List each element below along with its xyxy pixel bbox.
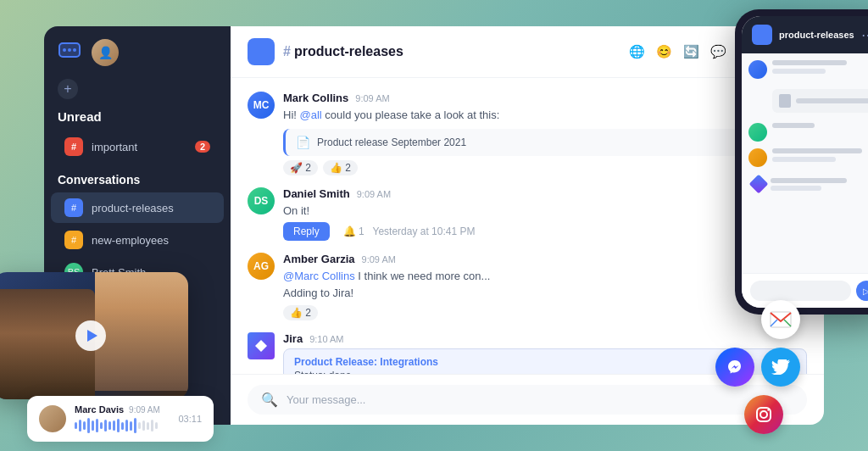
main-container: 👤 + Unread # important 2 Conversations #…: [44, 26, 824, 425]
wave-bar-15: [134, 418, 136, 433]
phone-msg-3-avatar: [748, 148, 767, 167]
svg-marker-5: [255, 340, 267, 352]
mark-collins-reactions: 🚀 2 👍 2: [283, 160, 807, 175]
amber-garzia-name: Amber Garzia: [283, 253, 355, 265]
comment-icon[interactable]: 💬: [710, 44, 726, 59]
voice-waveform: [75, 418, 170, 433]
phone-attach-line: [796, 98, 868, 103]
instagram-icon[interactable]: [744, 395, 783, 434]
mark-collins-text: Hi! @all could you please take a look at…: [283, 107, 807, 124]
phone-more-icon[interactable]: ⋯: [861, 27, 868, 43]
phone-channel-title: product-releases: [779, 30, 854, 40]
phone-msg-2-bubble: [772, 123, 868, 131]
phone-attachment: [772, 86, 868, 116]
amber-garzia-header: Amber Garzia 9:09 AM: [283, 253, 807, 265]
phone-send-button[interactable]: ▷: [856, 281, 868, 301]
daniel-smith-actions: Reply 🔔 1 Yesterday at 10:41 PM: [283, 222, 807, 241]
svg-point-3: [68, 48, 71, 52]
wave-bar-7: [100, 422, 103, 429]
svg-point-11: [760, 411, 767, 418]
mark-collins-name: Mark Collins: [283, 92, 348, 104]
jira-time: 9:10 AM: [309, 334, 343, 344]
amber-garzia-time: 9:09 AM: [362, 254, 396, 264]
svg-point-4: [73, 48, 76, 52]
video-background: [0, 272, 188, 399]
message-daniel-smith: DS Daniel Smith 9:09 AM On it! Reply 🔔 1…: [248, 187, 807, 242]
video-person-right: [95, 272, 188, 391]
phone-messages-area: [742, 53, 868, 273]
reaction-rocket[interactable]: 🚀 2: [283, 160, 318, 175]
phone-header: product-releases ⋯: [742, 16, 868, 53]
voice-card-avatar: [39, 405, 66, 432]
phone-msg-2: [748, 123, 868, 142]
svg-point-2: [63, 48, 66, 52]
wave-bar-14: [130, 421, 132, 431]
important-badge: 2: [195, 141, 210, 153]
messenger-icon[interactable]: [715, 348, 754, 387]
voice-card-content: Marc Davis 9:09 AM: [75, 404, 170, 433]
phone-msg-1-bubble: [772, 60, 868, 74]
gmail-icon[interactable]: [761, 300, 800, 339]
wave-bar-3: [83, 421, 86, 430]
unread-section-label: Unread: [44, 106, 231, 131]
wave-bar-4: [87, 418, 90, 433]
svg-point-12: [767, 409, 769, 410]
daniel-smith-time: 9:09 AM: [357, 189, 391, 199]
reply-button[interactable]: Reply: [283, 222, 330, 241]
voice-duration: 03:11: [178, 414, 202, 424]
phone-jira-icon: [749, 175, 769, 194]
mark-collins-header: Mark Collins 9:09 AM: [283, 92, 807, 104]
add-channel-button[interactable]: +: [58, 79, 78, 99]
phone-attach-card: [772, 89, 868, 113]
chat-title: #product-releases: [283, 44, 620, 59]
video-play-button[interactable]: [75, 320, 106, 351]
sidebar-item-important[interactable]: # important 2: [51, 131, 224, 162]
sidebar-user-avatar[interactable]: 👤: [92, 39, 119, 66]
wave-bar-10: [113, 420, 115, 431]
voice-time: 9:09 AM: [129, 405, 160, 415]
search-icon: 🔍: [261, 392, 278, 408]
phone-input-field[interactable]: [750, 281, 851, 301]
wave-bar-6: [96, 419, 98, 432]
daniel-smith-header: Daniel Smith 9:09 AM: [283, 187, 807, 200]
conversations-section-label: Conversations: [44, 163, 231, 192]
sidebar-header: 👤: [44, 26, 231, 79]
phone-msg-1-avatar: [748, 60, 767, 79]
mark-collins-time: 9:09 AM: [355, 93, 389, 103]
twitter-icon[interactable]: [761, 348, 800, 387]
wave-bar-13: [125, 420, 128, 432]
wave-bar-5: [92, 420, 94, 431]
emoji-icon[interactable]: 😊: [656, 44, 671, 59]
wave-bar-1: [75, 422, 77, 429]
daniel-smith-avatar: DS: [248, 187, 275, 214]
phone-mockup: product-releases ⋯: [735, 9, 868, 315]
wave-bar-19: [151, 420, 153, 432]
sidebar-logo: [58, 38, 81, 67]
attachment-label: Product release September 2021: [317, 136, 466, 148]
channel-header-icon: [248, 38, 275, 65]
wave-bar-17: [142, 420, 145, 431]
message-mark-collins: MC Mark Collins 9:09 AM Hi! @all could y…: [248, 92, 807, 175]
phone-document-icon: [779, 94, 791, 108]
phone-msg-2-avatar: [748, 123, 767, 142]
mark-collins-avatar: MC: [248, 92, 275, 119]
jira-name: Jira: [283, 332, 303, 345]
play-triangle-icon: [87, 330, 97, 342]
voice-card: Marc Davis 9:09 AM: [27, 396, 214, 442]
wave-bar-9: [108, 421, 111, 430]
reaction-thumbs-amber[interactable]: 👍 2: [283, 305, 318, 320]
sidebar-item-new-employees[interactable]: # new-employees: [51, 225, 224, 255]
daniel-smith-content: Daniel Smith 9:09 AM On it! Reply 🔔 1 Ye…: [283, 187, 807, 242]
product-releases-label: product-releases: [92, 202, 210, 214]
phone-msg-3: [748, 148, 868, 167]
voice-name: Marc Davis: [75, 404, 124, 415]
reaction-thumbs[interactable]: 👍 2: [323, 160, 358, 175]
important-label: important: [92, 141, 186, 153]
product-release-attachment[interactable]: 📄 Product release September 2021: [283, 129, 807, 156]
sidebar-item-product-releases[interactable]: # product-releases: [51, 192, 224, 223]
refresh-icon[interactable]: 🔄: [683, 44, 698, 59]
globe-icon[interactable]: 🌐: [629, 44, 644, 59]
new-employees-label: new-employees: [92, 234, 210, 247]
daniel-smith-name: Daniel Smith: [283, 187, 350, 200]
mark-collins-content: Mark Collins 9:09 AM Hi! @all could you …: [283, 92, 807, 175]
